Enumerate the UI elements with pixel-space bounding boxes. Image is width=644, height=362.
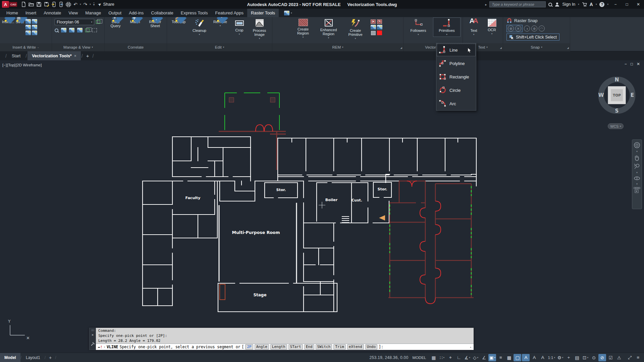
- viewport-view-control[interactable]: [Top]: [7, 63, 15, 67]
- primitives-button[interactable]: Primitives ▾: [433, 18, 460, 37]
- selection-cycling-toggle[interactable]: ▢: [514, 354, 521, 361]
- rem-caret-icon[interactable]: ▾: [342, 46, 343, 49]
- remove-button[interactable]: Remove ▾: [211, 18, 230, 28]
- ortho-mode-toggle[interactable]: ∟: [455, 354, 463, 361]
- help-caret-icon[interactable]: ▾: [607, 3, 608, 6]
- tab-annotate[interactable]: Annotate: [40, 9, 65, 17]
- edit-caret-icon[interactable]: ▾: [223, 46, 224, 49]
- sign-in-button[interactable]: Sign In: [562, 2, 575, 7]
- drawing-area[interactable]: Faculty Stor. Boiler Cust. Stor. Multi-P…: [0, 60, 644, 353]
- search-icon[interactable]: [548, 3, 552, 6]
- steering-wheel-caret-icon[interactable]: ▾: [636, 150, 638, 153]
- autodesk-app-caret-icon[interactable]: ▾: [596, 3, 597, 6]
- tab-express-tools[interactable]: Express Tools: [177, 9, 212, 17]
- polar-tracking-toggle[interactable]: ∡▾: [463, 354, 471, 361]
- snap-edge-icon[interactable]: ◠: [539, 25, 545, 32]
- tab-raster-tools[interactable]: Raster Tools: [247, 9, 279, 17]
- restore-button[interactable]: □: [623, 1, 631, 8]
- image-manager-icon[interactable]: [96, 20, 100, 24]
- snap-center-icon[interactable]: ⊕: [531, 25, 537, 32]
- create-region-caret-icon[interactable]: ▾: [303, 35, 304, 39]
- create-primitive-button[interactable]: Create Primitive ▾: [344, 18, 367, 41]
- tab-collaborate[interactable]: Collaborate: [147, 9, 177, 17]
- undo-icon[interactable]: ↶: [73, 2, 77, 7]
- option-extend[interactable]: eXtend: [347, 344, 364, 350]
- data-query-button[interactable]: Data Query: [106, 18, 125, 28]
- search-collapse-icon[interactable]: ▸: [485, 3, 487, 6]
- option-end[interactable]: End: [304, 344, 314, 350]
- viewport-minimize-icon[interactable]: −: [625, 62, 627, 66]
- viewport-menu-control[interactable]: [−]: [2, 63, 7, 67]
- zoom-to-image-icon[interactable]: [55, 28, 58, 32]
- option-angle[interactable]: Angle: [255, 344, 269, 350]
- command-customize-icon[interactable]: [91, 342, 95, 346]
- image-capture-icon[interactable]: [32, 31, 37, 35]
- plot-icon[interactable]: [66, 2, 71, 7]
- insert-write-caret-icon[interactable]: ⌄: [37, 46, 39, 49]
- autocad-logo-icon[interactable]: A: [2, 1, 9, 8]
- create-region-button[interactable]: Create Region ▾: [293, 18, 314, 39]
- option-length[interactable]: Length: [270, 344, 287, 350]
- show-motion-icon[interactable]: [634, 187, 640, 193]
- save-to-mobile-icon[interactable]: [52, 2, 56, 7]
- tab-add-ins[interactable]: Add-ins: [125, 9, 147, 17]
- new-drawing-tab-button[interactable]: +: [84, 53, 92, 59]
- rem-select-icon[interactable]: ➤: [371, 19, 376, 24]
- transparency-toggle[interactable]: ▩: [505, 354, 513, 361]
- option-2p[interactable]: 2P: [245, 344, 253, 350]
- menu-item-line[interactable]: Line: [436, 43, 476, 57]
- snap-mode-toggle[interactable]: ∷▾: [438, 354, 446, 361]
- text-launcher-icon[interactable]: ◢: [500, 47, 502, 49]
- cleanup-caret-icon[interactable]: ▾: [199, 33, 200, 37]
- sign-in-caret-icon[interactable]: ▾: [578, 3, 579, 6]
- snap-caret-icon[interactable]: ▾: [541, 46, 542, 49]
- new-file-icon[interactable]: [21, 2, 26, 7]
- menu-item-rectangle[interactable]: Rectangle: [436, 70, 476, 83]
- process-image-caret-icon[interactable]: ▾: [259, 37, 260, 41]
- command-grip-icon[interactable]: ∷∷: [91, 328, 94, 332]
- minimize-button[interactable]: −: [611, 1, 620, 8]
- erase-image-icon[interactable]: [77, 28, 83, 33]
- hide-image-icon[interactable]: [69, 28, 74, 33]
- graphics-performance-button[interactable]: ⊘: [598, 354, 606, 361]
- shift-left-click-select-button[interactable]: Shift+Left Click Select: [506, 34, 559, 41]
- redo-caret-icon[interactable]: ▾: [90, 3, 91, 6]
- primitives-caret-icon[interactable]: ▾: [446, 33, 447, 37]
- cart-icon[interactable]: [582, 2, 587, 7]
- orbit-icon[interactable]: [634, 176, 640, 181]
- tab-manage[interactable]: Manage: [82, 9, 105, 17]
- text-button[interactable]: Text ▾: [467, 18, 481, 37]
- object-snap-tracking-toggle[interactable]: ∠: [480, 354, 488, 361]
- ocr-button[interactable]: OCR ▾: [485, 18, 499, 36]
- enhanced-region-button[interactable]: Enhanced Region ▾: [316, 18, 341, 40]
- viewcube-west[interactable]: W: [598, 92, 604, 98]
- file-tab-document[interactable]: Vectorization Tools* ×: [28, 51, 81, 60]
- undo-caret-icon[interactable]: ▾: [80, 3, 81, 6]
- tab-home[interactable]: Home: [3, 9, 22, 17]
- tab-output[interactable]: Output: [105, 9, 125, 17]
- search-input[interactable]: [489, 1, 546, 7]
- manage-view-caret-icon[interactable]: ▾: [92, 46, 93, 49]
- save-as-icon[interactable]: [44, 2, 49, 7]
- rem-gray-swatch-icon[interactable]: [371, 31, 376, 35]
- rem-image-a-icon[interactable]: [371, 25, 376, 29]
- touchup-button[interactable]: Touchup: [169, 18, 188, 24]
- zoom-icon[interactable]: [634, 163, 640, 170]
- image-link-icon[interactable]: [25, 31, 31, 35]
- lock-ui-button[interactable]: ⊡▾: [582, 354, 589, 361]
- command-close-icon[interactable]: ✕: [92, 333, 94, 337]
- image-edit-icon[interactable]: [25, 19, 31, 24]
- orbit-caret-icon[interactable]: ▾: [636, 183, 638, 185]
- view-cube[interactable]: N E S W TOP: [596, 75, 638, 117]
- zoom-caret-icon[interactable]: ▾: [636, 171, 638, 174]
- snap-end-icon[interactable]: ⊗: [508, 25, 514, 32]
- match-button[interactable]: ✛ Match: [126, 18, 144, 24]
- process-image-button[interactable]: Process Image ▾: [249, 18, 270, 41]
- viewcube-north[interactable]: N: [615, 77, 619, 83]
- command-line-panel[interactable]: ∷∷ ✕ Command: Specify one-pick point or …: [89, 328, 474, 350]
- annotation-visibility-toggle[interactable]: A: [522, 354, 530, 361]
- save-image-button[interactable]: Save: [15, 18, 25, 24]
- cleanup-button[interactable]: Remove Cleanup ▾: [190, 18, 209, 37]
- document-tab-close-icon[interactable]: ×: [74, 54, 76, 58]
- pan-icon[interactable]: [634, 155, 640, 161]
